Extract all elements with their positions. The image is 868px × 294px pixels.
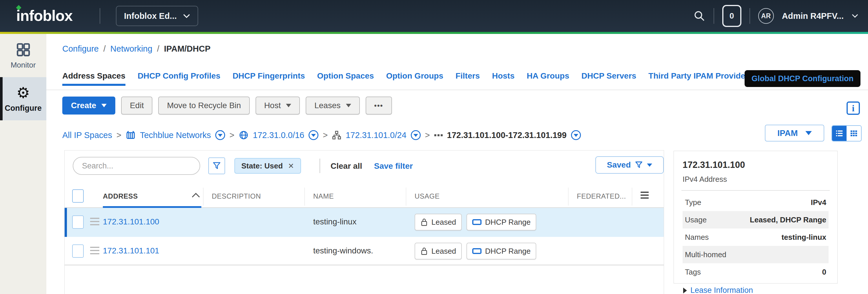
column-header-description[interactable]: DESCRIPTION xyxy=(212,192,261,200)
address-link[interactable]: 172.31.101.101 xyxy=(103,246,159,256)
detail-field-usage: Usage Leased, DHCP Range xyxy=(683,211,829,229)
sidebar-item-monitor[interactable]: Monitor xyxy=(0,34,46,77)
breadcrumb-current: IPAM/DHCP xyxy=(164,44,211,54)
address-table-card: State: Used ✕ Clear all Save filter Save… xyxy=(64,150,664,294)
detail-divider xyxy=(681,190,830,191)
column-header-address[interactable]: ADDRESS xyxy=(103,192,138,200)
dhcp-range-badge: DHCP Range xyxy=(466,214,536,231)
chevron-down-icon xyxy=(183,14,190,18)
dhcp-range-badge: DHCP Range xyxy=(466,243,536,260)
dhcp-range-icon xyxy=(472,219,482,225)
path-network[interactable]: 172.31.0.0/16 xyxy=(253,130,304,140)
sidebar-item-configure[interactable]: ⚙ Configure xyxy=(0,77,46,120)
edit-button[interactable]: Edit xyxy=(121,96,152,115)
gear-icon: ⚙ xyxy=(17,85,30,100)
table-header: ADDRESS DESCRIPTION NAME USAGE FEDERATED… xyxy=(65,185,664,208)
column-menu-icon[interactable] xyxy=(641,192,649,199)
logo-text: infoblox xyxy=(16,7,72,24)
usage-badges: Leased DHCP Range xyxy=(414,243,536,260)
info-icon[interactable]: i xyxy=(846,101,860,115)
breadcrumb-configure[interactable]: Configure xyxy=(62,44,99,54)
ip-space-icon xyxy=(126,130,135,140)
column-header-usage[interactable]: USAGE xyxy=(414,192,440,200)
path-subnet[interactable]: 172.31.101.0/24 xyxy=(346,130,406,140)
tab-bar: Address Spaces DHCP Config Profiles DHCP… xyxy=(62,71,753,86)
tabs-divider xyxy=(46,90,868,90)
network-globe-icon xyxy=(239,130,249,140)
caret-down-icon xyxy=(101,104,106,107)
tab-global-dhcp-configuration[interactable]: Global DHCP Configuration xyxy=(745,70,861,87)
path-all-ip-spaces[interactable]: All IP Spaces xyxy=(62,130,112,140)
topbar-right-cluster: 0 AR Admin R4PFV... xyxy=(693,0,858,32)
infoblox-app: infoblox Infoblox Ed... 0 AR Admin R4PFV… xyxy=(0,0,868,294)
detail-field-names: Names testing-linux xyxy=(683,229,829,246)
infoblox-logo: infoblox xyxy=(16,7,72,24)
notification-badge[interactable]: 0 xyxy=(722,5,741,27)
column-header-name[interactable]: NAME xyxy=(313,192,334,200)
table-row[interactable]: 172.31.101.101 testing-windows. Leased D… xyxy=(65,237,664,265)
tab-option-spaces[interactable]: Option Spaces xyxy=(317,71,374,86)
app-selector-dropdown[interactable]: Infoblox Ed... xyxy=(116,6,198,26)
path-network-actions-icon[interactable] xyxy=(309,130,318,140)
top-bar: infoblox Infoblox Ed... 0 AR Admin R4PFV… xyxy=(0,0,868,32)
tab-ha-groups[interactable]: HA Groups xyxy=(527,71,569,86)
caret-down-icon xyxy=(346,104,351,107)
tab-third-party-ipam-providers[interactable]: Third Party IPAM Providers xyxy=(648,71,753,86)
close-icon[interactable]: ✕ xyxy=(288,162,294,170)
saved-filters-dropdown[interactable]: Saved xyxy=(595,156,664,174)
funnel-icon xyxy=(635,161,643,169)
chevron-down-icon[interactable] xyxy=(852,14,858,18)
move-to-recycle-bin-button[interactable]: Move to Recycle Bin xyxy=(158,96,249,115)
leases-button[interactable]: Leases xyxy=(306,96,360,115)
drag-handle-icon[interactable] xyxy=(90,218,99,225)
detail-title: 172.31.101.100 xyxy=(683,160,829,170)
select-all-checkbox[interactable] xyxy=(72,189,84,203)
triangle-right-icon xyxy=(683,288,687,293)
drag-handle-icon[interactable] xyxy=(90,247,99,254)
topbar-divider xyxy=(714,8,714,24)
table-row[interactable]: 172.31.101.100 testing-linux Leased DHCP… xyxy=(65,208,664,237)
column-header-federated[interactable]: FEDERATED... xyxy=(577,192,626,200)
grid-icon xyxy=(16,42,31,57)
search-icon[interactable] xyxy=(693,10,706,22)
subnet-icon xyxy=(332,130,341,140)
tab-filters[interactable]: Filters xyxy=(456,71,480,86)
save-filter-button[interactable]: Save filter xyxy=(374,161,413,171)
left-nav-sidebar: Monitor ⚙ Configure xyxy=(0,34,46,294)
address-link[interactable]: 172.31.101.100 xyxy=(103,217,159,227)
user-menu-label: Admin R4PFV... xyxy=(782,11,844,21)
tab-dhcp-fingerprints[interactable]: DHCP Fingerprints xyxy=(232,71,305,86)
list-view-toggle[interactable] xyxy=(832,126,846,141)
tab-dhcp-servers[interactable]: DHCP Servers xyxy=(582,71,636,86)
create-button[interactable]: Create xyxy=(62,96,115,115)
filter-divider xyxy=(319,158,320,173)
more-actions-button[interactable]: ••• xyxy=(366,96,392,115)
name-cell: testing-windows. xyxy=(313,246,373,256)
path-range-actions-icon[interactable] xyxy=(571,130,581,140)
grid-view-toggle[interactable] xyxy=(846,126,861,141)
filter-button[interactable] xyxy=(208,157,225,174)
view-mode-dropdown[interactable]: IPAM xyxy=(765,125,824,142)
filter-chip-state-used[interactable]: State: Used ✕ xyxy=(235,158,301,174)
search-input[interactable] xyxy=(73,157,200,175)
clear-all-button[interactable]: Clear all xyxy=(331,161,362,171)
path-ip-space[interactable]: Techblue Networks xyxy=(140,130,211,140)
detail-panel: 172.31.101.100 IPv4 Address Type IPv4 Us… xyxy=(674,151,838,284)
detail-field-multi-homed: Multi-homed xyxy=(683,246,829,263)
tab-option-groups[interactable]: Option Groups xyxy=(386,71,443,86)
path-range-current: 172.31.101.100-172.31.101.199 xyxy=(447,130,567,140)
lease-information-link[interactable]: Lease Information xyxy=(683,286,829,294)
row-checkbox[interactable] xyxy=(72,215,84,229)
host-button[interactable]: Host xyxy=(255,96,300,115)
path-subnet-actions-icon[interactable] xyxy=(411,130,421,140)
row-checkbox[interactable] xyxy=(72,244,84,258)
path-space-actions-icon[interactable] xyxy=(215,130,225,140)
leased-badge: Leased xyxy=(414,243,462,260)
list-view-icon xyxy=(835,129,844,138)
tab-dhcp-config-profiles[interactable]: DHCP Config Profiles xyxy=(137,71,220,86)
sort-ascending-icon[interactable] xyxy=(191,192,200,198)
breadcrumb-networking[interactable]: Networking xyxy=(111,44,152,54)
tab-address-spaces[interactable]: Address Spaces xyxy=(62,71,125,86)
tab-hosts[interactable]: Hosts xyxy=(492,71,515,86)
avatar[interactable]: AR xyxy=(758,8,774,24)
